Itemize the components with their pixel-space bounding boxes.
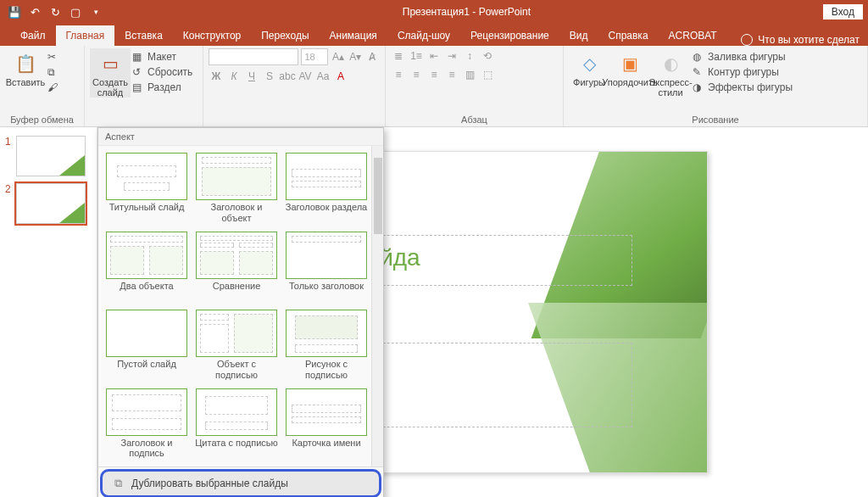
tab-view[interactable]: Вид (559, 25, 598, 46)
layout-label: Карточка имени (285, 438, 368, 460)
font-size-combo[interactable]: 18 (301, 48, 329, 65)
strike-icon[interactable]: S (262, 69, 277, 84)
brush-icon: 🖌 (47, 81, 59, 93)
layout-option[interactable]: Карточка имени (281, 385, 371, 464)
layout-option[interactable]: Рисунок с подписью (281, 306, 371, 385)
tab-animations[interactable]: Анимация (320, 25, 387, 46)
paste-button[interactable]: 📋 Вставить (5, 48, 46, 94)
layout-label: Пустой слайд (105, 359, 188, 381)
layout-option[interactable]: Объект с подписью (192, 306, 281, 385)
line-spacing-icon[interactable]: ↕ (462, 48, 477, 64)
reset-icon: ↺ (132, 66, 144, 78)
align-left-icon[interactable]: ≡ (391, 67, 406, 82)
qat-customize-icon[interactable]: ▾ (86, 3, 105, 21)
layout-option[interactable]: Заголовок и подпись (102, 385, 192, 464)
shape-outline-button[interactable]: ✎Контур фигуры (691, 65, 794, 79)
align-right-icon[interactable]: ≡ (426, 67, 442, 82)
layout-label: Титульный слайд (105, 202, 188, 224)
number-icon[interactable]: 1≡ (409, 48, 424, 64)
indent-inc-icon[interactable]: ⇥ (444, 48, 459, 64)
gallery-scrollbar[interactable] (371, 146, 383, 466)
shape-effects-button[interactable]: ◑Эффекты фигуры (691, 81, 794, 94)
align-center-icon[interactable]: ≡ (409, 67, 424, 82)
layout-label: Рисунок с подписью (285, 359, 368, 381)
shape-fill-button[interactable]: ◍Заливка фигуры (691, 50, 794, 64)
new-slide-button[interactable]: ▭ Создать слайд (90, 48, 131, 98)
layout-option[interactable]: Сравнение (192, 228, 281, 307)
text-dir-icon[interactable]: ⟲ (480, 48, 495, 64)
copy-button[interactable]: ⧉ (46, 65, 61, 79)
italic-icon[interactable]: К (226, 69, 242, 84)
format-painter-button[interactable]: 🖌 (46, 81, 61, 94)
layout-option[interactable]: Пустой слайд (102, 306, 192, 385)
cut-button[interactable]: ✂ (46, 50, 61, 64)
copy-icon: ⧉ (47, 66, 59, 78)
layout-label: Заголовок и объект (195, 202, 278, 224)
layout-label: Объект с подписью (195, 359, 278, 381)
layout-option[interactable]: Только заголовок (281, 228, 371, 307)
columns-icon[interactable]: ▥ (462, 67, 477, 82)
ribbon-tabs: Файл Главная Вставка Конструктор Переход… (0, 24, 868, 46)
tab-home[interactable]: Главная (56, 25, 115, 46)
quick-styles-button[interactable]: ◐ Экспресс-стили (650, 48, 691, 98)
duplicate-slides-cmd[interactable]: ⧉ Дублировать выбранные слайды (100, 469, 381, 497)
shapes-icon: ◇ (577, 52, 601, 75)
layout-label: Заголовок и подпись (105, 438, 188, 460)
clear-format-icon[interactable]: A̷ (365, 49, 380, 64)
justify-icon[interactable]: ≡ (444, 67, 459, 82)
layout-option[interactable]: Два объекта (102, 228, 192, 307)
thumb-number: 2 (5, 183, 11, 224)
tab-file[interactable]: Файл (10, 25, 56, 46)
smartart-icon[interactable]: ⬚ (480, 67, 495, 82)
layout-option[interactable]: Заголовок раздела (281, 149, 371, 228)
shapes-button[interactable]: ◇ Фигуры (569, 48, 609, 98)
layout-option[interactable]: Заголовок и объект (192, 149, 281, 228)
indent-dec-icon[interactable]: ⇤ (426, 48, 442, 64)
tab-help[interactable]: Справка (598, 25, 658, 46)
arrange-button[interactable]: ▣ Упорядочить (609, 48, 650, 98)
redo-icon[interactable]: ↻ (46, 3, 64, 21)
group-clipboard-label: Буфер обмена (0, 114, 84, 125)
decrease-font-icon[interactable]: A▾ (348, 49, 363, 64)
layout-label: Цитата с подписью (195, 438, 278, 460)
tab-slideshow[interactable]: Слайд-шоу (387, 25, 460, 46)
tab-review[interactable]: Рецензирование (460, 25, 559, 46)
layout-label: Только заголовок (285, 281, 368, 303)
tab-transitions[interactable]: Переходы (251, 25, 319, 46)
layout-label: Два объекта (105, 281, 188, 303)
bullet-icon[interactable]: ≣ (391, 48, 406, 64)
layout-icon: ▦ (132, 51, 144, 63)
clipboard-icon: 📋 (14, 52, 37, 75)
case-icon[interactable]: Aa (315, 69, 331, 84)
tell-me[interactable]: Что вы хотите сделат (732, 34, 868, 46)
tab-insert[interactable]: Вставка (114, 25, 173, 46)
start-from-beginning-icon[interactable]: ▢ (66, 3, 85, 21)
slide-thumb-1[interactable] (16, 136, 86, 176)
shadow-icon[interactable]: abc (280, 69, 295, 84)
arrange-icon: ▣ (618, 52, 642, 75)
spacing-icon[interactable]: AV (298, 69, 313, 84)
signin-button[interactable]: Вход (823, 4, 863, 20)
underline-icon[interactable]: Ч (244, 69, 259, 84)
tab-design[interactable]: Конструктор (173, 25, 251, 46)
font-color-icon[interactable]: A (333, 69, 348, 84)
increase-font-icon[interactable]: A▴ (331, 49, 345, 64)
outline-icon: ✎ (693, 66, 704, 78)
section-icon: ▤ (132, 81, 144, 93)
tell-me-text: Что вы хотите сделат (758, 34, 860, 46)
layout-option[interactable]: Цитата с подписью (192, 385, 281, 464)
layout-button[interactable]: ▦Макет (131, 50, 194, 64)
layout-option[interactable]: Титульный слайд (102, 149, 192, 228)
window-title: Презентация1 - PowerPoint (110, 6, 823, 18)
undo-icon[interactable]: ↶ (25, 3, 44, 21)
slide-thumb-2[interactable] (16, 183, 86, 224)
section-button[interactable]: ▤Раздел (131, 81, 194, 94)
tab-acrobat[interactable]: ACROBAT (659, 25, 727, 46)
thumb-number: 1 (5, 136, 11, 176)
font-combo[interactable] (209, 48, 298, 65)
scissors-icon: ✂ (47, 51, 59, 63)
save-icon[interactable]: 💾 (5, 3, 24, 21)
reset-button[interactable]: ↺Сбросить (131, 65, 194, 79)
bold-icon[interactable]: Ж (209, 69, 224, 84)
layout-label: Сравнение (195, 281, 278, 303)
